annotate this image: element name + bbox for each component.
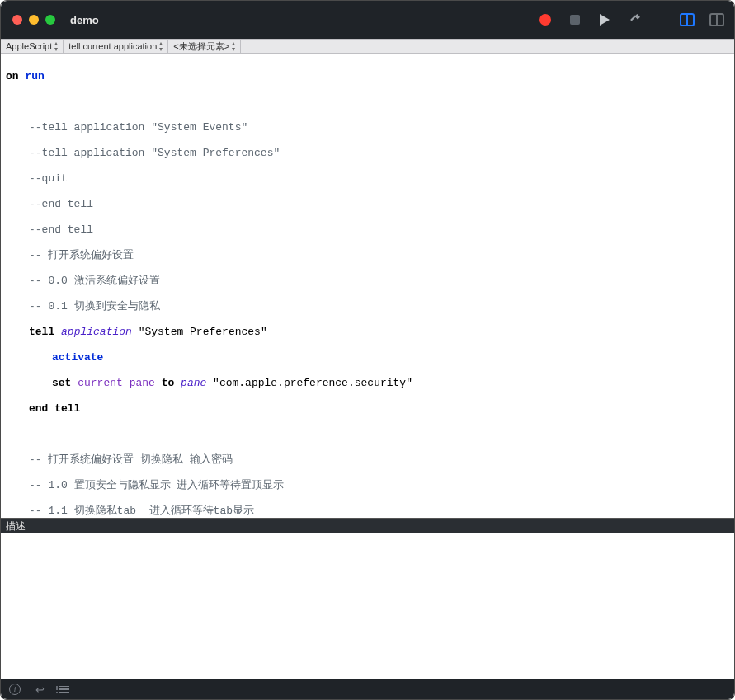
- kw-tell: tell: [29, 326, 54, 338]
- element-selector[interactable]: <未选择元素> ▴▾: [168, 40, 241, 53]
- list-button[interactable]: [59, 686, 69, 693]
- cls-pane: pane: [181, 377, 206, 389]
- str: "com.apple.preference.security": [206, 377, 412, 389]
- info-button[interactable]: i: [9, 684, 21, 695]
- panel-right-button[interactable]: [709, 12, 724, 27]
- comment: --tell application "System Events": [6, 121, 734, 134]
- context-label: tell current application: [68, 41, 157, 51]
- chevron-updown-icon: ▴▾: [54, 40, 58, 52]
- toolbar: [538, 12, 724, 27]
- footer-bar: i ↩: [1, 679, 734, 699]
- comment: --end tell: [6, 198, 734, 211]
- context-navbar: AppleScript ▴▾ tell current application …: [1, 39, 734, 54]
- language-selector[interactable]: AppleScript ▴▾: [1, 40, 64, 53]
- zoom-button[interactable]: [45, 15, 55, 25]
- comment: -- 0.1 切换到安全与隐私: [6, 300, 734, 313]
- play-button[interactable]: [597, 12, 612, 27]
- minimize-button[interactable]: [29, 15, 39, 25]
- kw-endtell: end tell: [29, 402, 80, 415]
- comment: --end tell: [6, 223, 734, 237]
- description-panel[interactable]: [1, 533, 734, 679]
- context-selector[interactable]: tell current application ▴▾: [64, 40, 168, 53]
- language-label: AppleScript: [6, 41, 52, 51]
- prop-currentpane: current pane: [78, 377, 155, 389]
- comment: --tell application "System Preferences": [6, 147, 734, 160]
- record-button[interactable]: [538, 12, 553, 27]
- kw-run: run: [25, 70, 44, 82]
- kw-to: to: [162, 377, 175, 389]
- return-button[interactable]: ↩: [35, 684, 45, 696]
- build-button[interactable]: [627, 12, 642, 27]
- cls-application: application: [61, 326, 132, 338]
- cmd-activate: activate: [52, 351, 103, 364]
- element-label: <未选择元素>: [173, 40, 229, 53]
- kw-on: on: [6, 70, 19, 82]
- window-title: demo: [70, 14, 99, 26]
- comment: -- 打开系统偏好设置: [6, 249, 734, 262]
- chevron-updown-icon: ▴▾: [159, 40, 163, 52]
- traffic-lights: [12, 15, 55, 25]
- comment: --quit: [6, 172, 734, 186]
- comment: -- 1.1 切换隐私tab 进入循环等待tab显示: [6, 505, 734, 518]
- stop-button[interactable]: [568, 12, 582, 27]
- panel-left-button[interactable]: [680, 12, 695, 27]
- code-editor[interactable]: on run --tell application "System Events…: [1, 54, 734, 518]
- window-titlebar: demo: [1, 1, 734, 39]
- str: "System Preferences": [132, 326, 267, 338]
- chevron-updown-icon: ▴▾: [232, 40, 235, 52]
- description-header: 描述: [1, 518, 734, 533]
- close-button[interactable]: [12, 15, 22, 25]
- comment: -- 打开系统偏好设置 切换隐私 输入密码: [6, 453, 734, 467]
- kw-set: set: [52, 377, 71, 389]
- comment: -- 0.0 激活系统偏好设置: [6, 275, 734, 288]
- comment: -- 1.0 置顶安全与隐私显示 进入循环等待置顶显示: [6, 479, 734, 492]
